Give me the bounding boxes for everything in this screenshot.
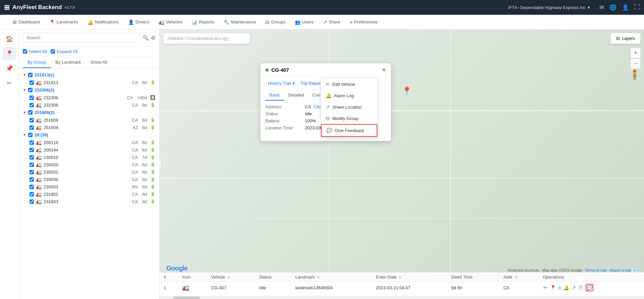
popup-tab-detailed[interactable]: Detailed — [284, 90, 308, 101]
group-row-231913[interactable]: ▼ 231913(1) — [19, 71, 159, 79]
group-checkbox-231913[interactable] — [28, 73, 33, 77]
keyboard-shortcuts[interactable]: Keyboard shortcuts — [507, 268, 539, 272]
group-checkbox-28[interactable] — [28, 133, 33, 137]
nav-groups[interactable]: ⊟ Groups — [261, 15, 290, 29]
map-data-label: Map data ©2023 Google — [542, 268, 582, 272]
nav-share[interactable]: ↗ Share — [318, 15, 345, 29]
filter-icon-btn[interactable]: ⚙ — [151, 35, 155, 41]
vehicle-checkbox[interactable] — [30, 125, 34, 130]
popup-close-button[interactable]: ✕ — [382, 67, 386, 73]
vehicle-checkbox[interactable] — [30, 170, 34, 174]
zoom-in-button[interactable]: + — [631, 48, 641, 58]
col-enter-date[interactable]: Enter Date ⇅ — [372, 273, 447, 282]
group-row-232306[interactable]: ▼ 232306(2) — [19, 86, 159, 94]
sidebar-home-btn[interactable]: 🏠 — [3, 32, 16, 46]
terms-of-use[interactable]: Terms of Use — [585, 268, 607, 272]
col-landmark[interactable]: Landmark ⇅ — [291, 273, 372, 282]
vehicle-checkbox[interactable] — [30, 177, 34, 182]
vehicle-state: CA — [132, 162, 138, 167]
context-give-feedback[interactable]: 💬 Give Feedback — [321, 124, 377, 137]
vehicle-checkbox[interactable] — [30, 80, 34, 85]
user-settings-icon[interactable]: 👤 — [622, 4, 629, 11]
vehicle-days: 9d — [142, 192, 147, 197]
tab-by-landmark[interactable]: By Landmark — [51, 57, 86, 68]
streetview-icon[interactable]: 🧍 — [629, 70, 640, 80]
group-checkbox-232306[interactable] — [28, 88, 33, 92]
nav-reports[interactable]: 📊 Reports — [187, 15, 219, 29]
tab-show-all[interactable]: Show All — [86, 57, 112, 68]
op-history-icon[interactable]: ⏱ — [578, 285, 583, 290]
tab-by-group[interactable]: By Group — [23, 57, 51, 68]
vehicle-checkbox[interactable] — [30, 96, 34, 100]
nav-drivers[interactable]: 👤 Drivers — [123, 15, 154, 29]
globe-icon[interactable]: 🌐 — [609, 4, 616, 11]
popup-header: CG-407 ✕ — [261, 63, 391, 77]
sidebar-map-btn[interactable]: 📍 — [3, 47, 16, 60]
address-input-overlay[interactable]: Address / Coordinates(Lat,Lng:) — [163, 33, 250, 44]
vehicle-checkbox[interactable] — [30, 103, 34, 107]
op-bell-icon[interactable]: 🔔 — [564, 285, 569, 290]
vehicle-id: 232306 — [44, 103, 58, 108]
context-alarm-log[interactable]: 🔔 Alarm Log — [321, 90, 377, 101]
vehicle-checkbox[interactable] — [30, 163, 34, 167]
nav-vehicles[interactable]: 🚛 Vehicles — [154, 15, 187, 29]
col-vehicle[interactable]: Vehicle ⇅ — [207, 273, 255, 282]
company-selector[interactable]: IFTA--Dependable Highway Express Inc ▾ — [508, 5, 590, 10]
group-checkbox-251609[interactable] — [28, 110, 33, 115]
map-area[interactable]: Address / Coordinates(Lat,Lng:) ⊟ Layers… — [160, 29, 644, 299]
nav-maintenance-label: Maintenance — [231, 19, 256, 24]
nav-maintenance[interactable]: 🔧 Maintenance — [219, 15, 261, 29]
group-tabs: By Group By Landmark Show All — [19, 57, 159, 68]
op-share-icon[interactable]: ↗ — [572, 285, 576, 290]
layers-button[interactable]: ⊟ Layers — [610, 33, 641, 44]
nav-preferences[interactable]: ≡ Preferences — [345, 15, 382, 29]
scrollbar-thumb[interactable] — [173, 296, 200, 299]
status-dot — [265, 68, 269, 72]
vehicle-tree: ▼ 231913(1) 🚛 231913 CA 9d 🔋 ▼ 232306(2) — [19, 68, 159, 299]
mail-icon[interactable]: ✉ — [599, 4, 604, 11]
collapse-panel-button[interactable]: ◀ — [160, 158, 161, 170]
search-input[interactable] — [23, 33, 141, 43]
context-edit-vehicle[interactable]: ✏ Edit Vehicle — [321, 78, 377, 90]
vehicle-checkbox[interactable] — [30, 185, 34, 189]
group-row-251609[interactable]: ▼ 251609(2) — [19, 109, 159, 116]
vehicle-checkbox[interactable] — [30, 140, 34, 145]
col-icon: Icon — [178, 273, 207, 282]
nav-notifications[interactable]: 🔔 Notifications — [83, 15, 123, 29]
report-map-error[interactable]: Report a map error — [609, 268, 641, 272]
vehicle-state: CA — [132, 170, 138, 175]
sidebar-tools-btn[interactable]: ✂ — [3, 76, 16, 90]
context-modify-group[interactable]: ⊟ Modify Group — [321, 113, 377, 124]
vehicle-id: 232306 — [44, 95, 58, 100]
nav-dashboard[interactable]: ⊞ Dashboard — [8, 15, 45, 29]
op-list-icon[interactable]: ≡ — [558, 285, 561, 290]
nav-landmarks[interactable]: 📍 Landmarks — [45, 15, 83, 29]
vehicle-checkbox[interactable] — [30, 155, 34, 160]
battery-icon: 🔋 — [150, 147, 155, 152]
history-trail-button[interactable]: History Trail ▾ — [265, 79, 298, 87]
expand-all-checkbox[interactable] — [51, 49, 55, 54]
vehicle-checkbox[interactable] — [30, 118, 34, 122]
search-icon-btn[interactable]: 🔍 — [143, 35, 149, 41]
op-pin-icon[interactable]: 📍 — [550, 285, 556, 290]
truck-icon: 🚛 — [36, 169, 42, 175]
sidebar-location-btn[interactable]: 📌 — [3, 62, 16, 75]
vehicle-checkbox[interactable] — [30, 148, 34, 152]
horizontal-scrollbar[interactable] — [160, 296, 644, 299]
select-all-checkbox[interactable] — [23, 49, 27, 54]
op-edit-icon[interactable]: ✏ — [543, 285, 547, 290]
expand-all-label[interactable]: Expand All — [51, 49, 77, 54]
popup-tab-basic[interactable]: Basic — [265, 90, 284, 101]
vehicle-state: CA — [132, 199, 138, 204]
vehicle-checkbox[interactable] — [30, 199, 34, 204]
nav-users[interactable]: 👥 Users — [290, 15, 318, 29]
select-all-label[interactable]: Select All — [23, 49, 47, 54]
group-row-28[interactable]: ▼ 28'(39) — [19, 131, 159, 139]
context-share-location[interactable]: ↗ Share Location — [321, 101, 377, 113]
row-icon: 🚛 — [178, 282, 207, 294]
expand-icon[interactable]: ⛶ — [634, 4, 640, 11]
vehicle-checkbox[interactable] — [30, 192, 34, 196]
zoom-out-button[interactable]: − — [631, 59, 641, 69]
op-feedback-icon[interactable]: 💬 — [586, 284, 593, 291]
col-addr[interactable]: Addr ⇅ — [499, 273, 539, 282]
